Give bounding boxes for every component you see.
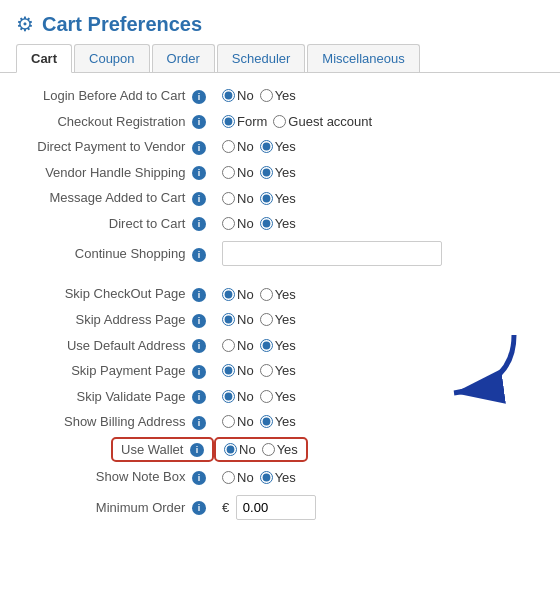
radio-show-note-box-no-label[interactable]: No: [222, 470, 254, 485]
info-icon-show-note-box[interactable]: i: [192, 471, 206, 485]
radio-checkout-guest-label[interactable]: Guest account: [273, 114, 372, 129]
radio-skip-checkout-yes[interactable]: [260, 288, 273, 301]
tab-cart[interactable]: Cart: [16, 44, 72, 73]
info-icon-use-default-address[interactable]: i: [192, 339, 206, 353]
radio-message-no[interactable]: [222, 192, 235, 205]
field-minimum-order: €: [216, 490, 544, 525]
info-icon-checkout[interactable]: i: [192, 115, 206, 129]
label-direct-to-cart: Direct to Cart i: [16, 211, 216, 237]
continue-shopping-input[interactable]: [222, 241, 442, 266]
field-login-before-add: No Yes: [216, 83, 544, 109]
radio-vendor-shipping-yes[interactable]: [260, 166, 273, 179]
radio-skip-payment-no[interactable]: [222, 364, 235, 377]
radio-checkout-form-label[interactable]: Form: [222, 114, 267, 129]
row-skip-payment: Skip Payment Page i No Yes: [16, 358, 544, 384]
info-icon-login[interactable]: i: [192, 90, 206, 104]
field-use-wallet: No Yes: [216, 435, 544, 465]
radio-message-no-label[interactable]: No: [222, 191, 254, 206]
radio-direct-payment-yes-label[interactable]: Yes: [260, 139, 296, 154]
radio-skip-payment-no-label[interactable]: No: [222, 363, 254, 378]
radio-show-billing-yes[interactable]: [260, 415, 273, 428]
info-icon-skip-address[interactable]: i: [192, 314, 206, 328]
page-title: Cart Preferences: [42, 13, 202, 36]
label-skip-checkout: Skip CheckOut Page i: [16, 281, 216, 307]
radio-direct-cart-no[interactable]: [222, 217, 235, 230]
label-minimum-order: Minimum Order i: [16, 490, 216, 525]
radio-show-note-box: No Yes: [222, 470, 538, 485]
page-header: ⚙ Cart Preferences: [0, 0, 560, 44]
radio-show-note-box-yes-label[interactable]: Yes: [260, 470, 296, 485]
info-icon-direct-to-cart[interactable]: i: [192, 217, 206, 231]
radio-skip-validate-no-label[interactable]: No: [222, 389, 254, 404]
content-area: Login Before Add to Cart i No Yes: [0, 73, 560, 541]
label-direct-payment: Direct Payment to Vendor i: [16, 134, 216, 160]
tab-order[interactable]: Order: [152, 44, 215, 72]
radio-direct-payment-no-label[interactable]: No: [222, 139, 254, 154]
field-skip-payment: No Yes: [216, 358, 544, 384]
radio-use-wallet-yes-label[interactable]: Yes: [262, 442, 298, 457]
radio-checkout-guest[interactable]: [273, 115, 286, 128]
radio-skip-payment-yes-label[interactable]: Yes: [260, 363, 296, 378]
info-icon-show-billing[interactable]: i: [192, 416, 206, 430]
radio-skip-validate-yes[interactable]: [260, 390, 273, 403]
radio-vendor-shipping-no[interactable]: [222, 166, 235, 179]
radio-message-yes[interactable]: [260, 192, 273, 205]
radio-default-address-yes-label[interactable]: Yes: [260, 338, 296, 353]
radio-skip-address-no-label[interactable]: No: [222, 312, 254, 327]
radio-use-wallet-yes[interactable]: [262, 443, 275, 456]
radio-login-yes[interactable]: [260, 89, 273, 102]
info-icon-skip-payment[interactable]: i: [192, 365, 206, 379]
radio-skip-checkout-yes-label[interactable]: Yes: [260, 287, 296, 302]
info-icon-skip-checkout[interactable]: i: [192, 288, 206, 302]
radio-skip-payment-yes[interactable]: [260, 364, 273, 377]
info-icon-message-added[interactable]: i: [192, 192, 206, 206]
radio-skip-validate-yes-label[interactable]: Yes: [260, 389, 296, 404]
radio-show-note-box-yes[interactable]: [260, 471, 273, 484]
field-continue-shopping: [216, 236, 544, 271]
radio-skip-payment: No Yes: [222, 363, 538, 378]
radio-login-before-add: No Yes: [222, 88, 538, 103]
info-icon-use-wallet[interactable]: i: [190, 443, 204, 457]
info-icon-continue-shopping[interactable]: i: [192, 248, 206, 262]
radio-use-wallet-no-label[interactable]: No: [224, 442, 256, 457]
minimum-order-input[interactable]: [236, 495, 316, 520]
radio-skip-checkout-no[interactable]: [222, 288, 235, 301]
tab-scheduler[interactable]: Scheduler: [217, 44, 306, 72]
radio-login-no-label[interactable]: No: [222, 88, 254, 103]
radio-default-address-no-label[interactable]: No: [222, 338, 254, 353]
radio-default-address-yes[interactable]: [260, 339, 273, 352]
radio-direct-cart-yes-label[interactable]: Yes: [260, 216, 296, 231]
radio-direct-payment-yes[interactable]: [260, 140, 273, 153]
info-icon-minimum-order[interactable]: i: [192, 501, 206, 515]
radio-message-yes-label[interactable]: Yes: [260, 191, 296, 206]
radio-login-yes-label[interactable]: Yes: [260, 88, 296, 103]
radio-skip-address-no[interactable]: [222, 313, 235, 326]
radio-direct-cart-no-label[interactable]: No: [222, 216, 254, 231]
tab-coupon[interactable]: Coupon: [74, 44, 150, 72]
spacer-row: [16, 271, 544, 281]
radio-show-billing-no[interactable]: [222, 415, 235, 428]
row-continue-shopping: Continue Shopping i: [16, 236, 544, 271]
radio-default-address-no[interactable]: [222, 339, 235, 352]
radio-use-wallet-no[interactable]: [224, 443, 237, 456]
radio-login-no[interactable]: [222, 89, 235, 102]
row-minimum-order: Minimum Order i €: [16, 490, 544, 525]
radio-show-note-box-no[interactable]: [222, 471, 235, 484]
radio-skip-checkout-no-label[interactable]: No: [222, 287, 254, 302]
radio-vendor-shipping-no-label[interactable]: No: [222, 165, 254, 180]
field-vendor-shipping: No Yes: [216, 160, 544, 186]
radio-skip-address-yes[interactable]: [260, 313, 273, 326]
radio-show-billing-yes-label[interactable]: Yes: [260, 414, 296, 429]
gear-icon: ⚙: [16, 12, 34, 36]
radio-direct-cart-yes[interactable]: [260, 217, 273, 230]
info-icon-skip-validate[interactable]: i: [192, 390, 206, 404]
tab-miscellaneous[interactable]: Miscellaneous: [307, 44, 419, 72]
radio-skip-validate-no[interactable]: [222, 390, 235, 403]
info-icon-vendor-shipping[interactable]: i: [192, 166, 206, 180]
radio-show-billing-no-label[interactable]: No: [222, 414, 254, 429]
radio-vendor-shipping-yes-label[interactable]: Yes: [260, 165, 296, 180]
info-icon-direct-payment[interactable]: i: [192, 141, 206, 155]
radio-skip-address-yes-label[interactable]: Yes: [260, 312, 296, 327]
radio-checkout-form[interactable]: [222, 115, 235, 128]
radio-direct-payment-no[interactable]: [222, 140, 235, 153]
